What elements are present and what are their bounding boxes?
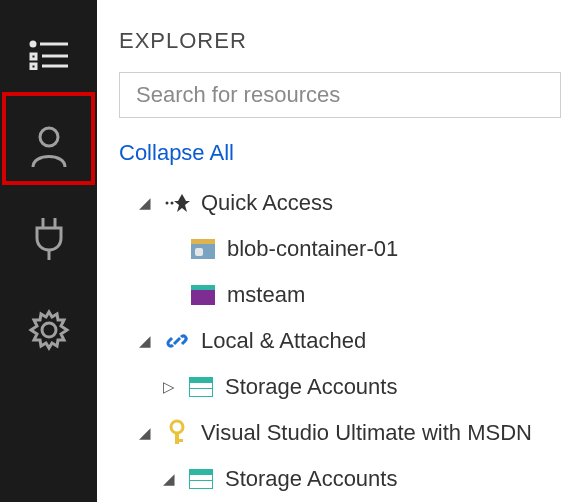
svg-point-10 xyxy=(42,323,56,337)
tree-node-storage-accounts-2[interactable]: ◢ Storage Accounts xyxy=(107,456,562,502)
resource-tree: ◢ Quick Access blob-container-01 msteam … xyxy=(97,180,562,502)
tree-node-msteam[interactable]: msteam xyxy=(107,272,562,318)
tree-node-blob-container[interactable]: blob-container-01 xyxy=(107,226,562,272)
tree-label: Storage Accounts xyxy=(225,466,397,492)
tree-node-quick-access[interactable]: ◢ Quick Access xyxy=(107,180,562,226)
person-icon xyxy=(28,123,70,169)
explorer-nav[interactable] xyxy=(23,28,75,80)
svg-rect-15 xyxy=(175,432,179,444)
chevron-right-icon: ▷ xyxy=(161,378,177,396)
svg-point-0 xyxy=(31,42,35,46)
search-input[interactable] xyxy=(136,82,544,108)
svg-marker-13 xyxy=(174,194,190,212)
chevron-down-icon: ◢ xyxy=(137,332,153,350)
plug-icon xyxy=(29,214,69,262)
tree-label: Storage Accounts xyxy=(225,374,397,400)
accounts-nav[interactable] xyxy=(23,120,75,172)
chevron-down-icon: ◢ xyxy=(137,194,153,212)
svg-point-6 xyxy=(40,128,58,146)
settings-nav[interactable] xyxy=(23,304,75,356)
link-icon xyxy=(163,327,191,355)
tree-label: Quick Access xyxy=(201,190,333,216)
tree-label: msteam xyxy=(227,282,305,308)
explorer-icon xyxy=(28,38,70,70)
svg-point-11 xyxy=(166,202,169,205)
chevron-down-icon: ◢ xyxy=(137,424,153,442)
explorer-panel: EXPLORER Collapse All ◢ Quick Access blo… xyxy=(97,0,562,502)
tree-node-storage-accounts-1[interactable]: ▷ Storage Accounts xyxy=(107,364,562,410)
storage-icon xyxy=(187,373,215,401)
svg-rect-16 xyxy=(175,439,183,442)
svg-point-12 xyxy=(171,202,174,205)
tree-node-subscription[interactable]: ◢ Visual Studio Ultimate with MSDN xyxy=(107,410,562,456)
tree-node-local-attached[interactable]: ◢ Local & Attached xyxy=(107,318,562,364)
activity-bar xyxy=(0,0,97,502)
storage-icon xyxy=(187,465,215,493)
tree-label: Visual Studio Ultimate with MSDN xyxy=(201,420,532,446)
tree-label: blob-container-01 xyxy=(227,236,398,262)
search-box[interactable] xyxy=(119,72,561,118)
quick-access-icon xyxy=(163,189,191,217)
table-icon xyxy=(189,281,217,309)
tree-label: Local & Attached xyxy=(201,328,366,354)
gear-icon xyxy=(27,308,71,352)
blob-container-icon xyxy=(189,235,217,263)
svg-point-14 xyxy=(171,421,183,433)
explorer-title: EXPLORER xyxy=(97,0,562,72)
svg-rect-2 xyxy=(31,54,36,59)
connect-nav[interactable] xyxy=(23,212,75,264)
chevron-down-icon: ◢ xyxy=(161,470,177,488)
svg-rect-4 xyxy=(31,64,36,69)
collapse-all-link[interactable]: Collapse All xyxy=(97,118,562,180)
key-icon xyxy=(163,419,191,447)
